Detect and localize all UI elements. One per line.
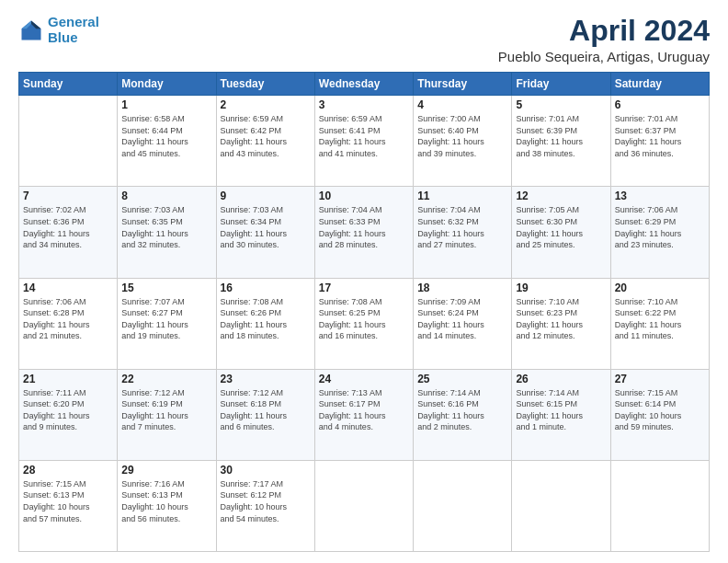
day-info: Sunrise: 7:12 AM Sunset: 6:19 PM Dayligh… [121,387,211,433]
calendar-cell: 12Sunrise: 7:05 AM Sunset: 6:30 PM Dayli… [512,187,610,278]
day-number: 9 [221,190,311,202]
day-number: 15 [121,282,211,294]
day-number: 6 [615,98,705,111]
calendar-cell: 6Sunrise: 7:01 AM Sunset: 6:37 PM Daylig… [610,96,709,187]
day-info: Sunrise: 7:04 AM Sunset: 6:32 PM Dayligh… [417,204,507,250]
day-info: Sunrise: 7:04 AM Sunset: 6:33 PM Dayligh… [319,204,409,250]
logo-icon [18,17,44,43]
calendar-cell: 23Sunrise: 7:12 AM Sunset: 6:18 PM Dayli… [216,369,314,460]
calendar-cell: 2Sunrise: 6:59 AM Sunset: 6:42 PM Daylig… [216,96,314,187]
calendar-cell: 10Sunrise: 7:04 AM Sunset: 6:33 PM Dayli… [314,187,413,278]
page: General Blue April 2024 Pueblo Sequeira,… [0,0,728,563]
calendar-cell [314,460,413,551]
subtitle: Pueblo Sequeira, Artigas, Uruguay [498,49,710,64]
day-number: 23 [221,373,311,385]
calendar-cell [19,96,118,187]
day-info: Sunrise: 7:01 AM Sunset: 6:37 PM Dayligh… [615,113,705,159]
day-info: Sunrise: 6:59 AM Sunset: 6:41 PM Dayligh… [319,113,409,159]
calendar-header-cell: Saturday [610,73,709,96]
day-info: Sunrise: 7:14 AM Sunset: 6:15 PM Dayligh… [516,387,606,433]
calendar-cell: 3Sunrise: 6:59 AM Sunset: 6:41 PM Daylig… [314,96,413,187]
calendar-cell: 21Sunrise: 7:11 AM Sunset: 6:20 PM Dayli… [19,369,118,460]
calendar-header-cell: Thursday [414,73,512,96]
calendar-cell: 17Sunrise: 7:08 AM Sunset: 6:25 PM Dayli… [314,278,413,369]
day-number: 25 [417,373,507,385]
day-info: Sunrise: 7:05 AM Sunset: 6:30 PM Dayligh… [516,204,606,250]
day-number: 26 [516,373,606,385]
logo-general: General [48,14,99,29]
calendar-week-row: 7Sunrise: 7:02 AM Sunset: 6:36 PM Daylig… [19,187,710,278]
logo-blue: Blue [48,29,78,45]
day-info: Sunrise: 7:00 AM Sunset: 6:40 PM Dayligh… [417,113,507,159]
calendar-cell: 4Sunrise: 7:00 AM Sunset: 6:40 PM Daylig… [414,96,512,187]
calendar-cell [414,460,512,551]
day-number: 2 [221,98,311,111]
calendar-table: SundayMondayTuesdayWednesdayThursdayFrid… [18,72,710,552]
day-number: 19 [516,282,606,294]
day-info: Sunrise: 7:02 AM Sunset: 6:36 PM Dayligh… [23,204,113,250]
day-number: 11 [417,190,507,202]
day-info: Sunrise: 7:06 AM Sunset: 6:29 PM Dayligh… [615,204,705,250]
calendar-cell: 22Sunrise: 7:12 AM Sunset: 6:19 PM Dayli… [118,369,216,460]
day-info: Sunrise: 7:17 AM Sunset: 6:12 PM Dayligh… [221,478,311,524]
day-number: 3 [319,98,409,111]
calendar-cell: 30Sunrise: 7:17 AM Sunset: 6:12 PM Dayli… [216,460,314,551]
calendar-cell: 1Sunrise: 6:58 AM Sunset: 6:44 PM Daylig… [118,96,216,187]
day-info: Sunrise: 7:15 AM Sunset: 6:14 PM Dayligh… [615,387,705,433]
calendar-cell: 18Sunrise: 7:09 AM Sunset: 6:24 PM Dayli… [414,278,512,369]
calendar-cell: 16Sunrise: 7:08 AM Sunset: 6:26 PM Dayli… [216,278,314,369]
calendar-cell [610,460,709,551]
calendar-cell: 8Sunrise: 7:03 AM Sunset: 6:35 PM Daylig… [118,187,216,278]
calendar-week-row: 1Sunrise: 6:58 AM Sunset: 6:44 PM Daylig… [19,96,710,187]
day-info: Sunrise: 7:03 AM Sunset: 6:35 PM Dayligh… [121,204,211,250]
day-info: Sunrise: 7:09 AM Sunset: 6:24 PM Dayligh… [417,296,507,342]
day-number: 27 [615,373,705,385]
calendar-cell: 25Sunrise: 7:14 AM Sunset: 6:16 PM Dayli… [414,369,512,460]
calendar-cell: 20Sunrise: 7:10 AM Sunset: 6:22 PM Dayli… [610,278,709,369]
day-info: Sunrise: 7:13 AM Sunset: 6:17 PM Dayligh… [319,387,409,433]
calendar-header-cell: Monday [118,73,216,96]
day-info: Sunrise: 7:11 AM Sunset: 6:20 PM Dayligh… [23,387,113,433]
day-info: Sunrise: 7:08 AM Sunset: 6:26 PM Dayligh… [221,296,311,342]
day-number: 29 [121,464,211,477]
day-number: 18 [417,282,507,294]
calendar-cell: 24Sunrise: 7:13 AM Sunset: 6:17 PM Dayli… [314,369,413,460]
calendar-cell: 5Sunrise: 7:01 AM Sunset: 6:39 PM Daylig… [512,96,610,187]
logo-text: General Blue [48,15,99,45]
calendar-cell: 14Sunrise: 7:06 AM Sunset: 6:28 PM Dayli… [19,278,118,369]
logo: General Blue [18,15,99,45]
day-number: 17 [319,282,409,294]
calendar-header-cell: Tuesday [216,73,314,96]
calendar-header-cell: Wednesday [314,73,413,96]
day-number: 12 [516,190,606,202]
day-number: 30 [221,464,311,477]
day-info: Sunrise: 7:16 AM Sunset: 6:13 PM Dayligh… [121,478,211,524]
calendar-cell: 9Sunrise: 7:03 AM Sunset: 6:34 PM Daylig… [216,187,314,278]
day-number: 21 [23,373,113,385]
day-number: 5 [516,98,606,111]
calendar-header-cell: Sunday [19,73,118,96]
day-number: 24 [319,373,409,385]
calendar-cell: 15Sunrise: 7:07 AM Sunset: 6:27 PM Dayli… [118,278,216,369]
day-info: Sunrise: 7:10 AM Sunset: 6:23 PM Dayligh… [516,296,606,342]
calendar-cell: 27Sunrise: 7:15 AM Sunset: 6:14 PM Dayli… [610,369,709,460]
main-title: April 2024 [498,15,710,47]
calendar-cell: 13Sunrise: 7:06 AM Sunset: 6:29 PM Dayli… [610,187,709,278]
day-number: 22 [121,373,211,385]
calendar-cell: 7Sunrise: 7:02 AM Sunset: 6:36 PM Daylig… [19,187,118,278]
day-info: Sunrise: 7:12 AM Sunset: 6:18 PM Dayligh… [221,387,311,433]
day-number: 20 [615,282,705,294]
day-info: Sunrise: 7:08 AM Sunset: 6:25 PM Dayligh… [319,296,409,342]
calendar-cell: 29Sunrise: 7:16 AM Sunset: 6:13 PM Dayli… [118,460,216,551]
day-number: 16 [221,282,311,294]
day-info: Sunrise: 7:03 AM Sunset: 6:34 PM Dayligh… [221,204,311,250]
day-number: 28 [23,464,113,477]
day-info: Sunrise: 6:58 AM Sunset: 6:44 PM Dayligh… [121,113,211,159]
day-info: Sunrise: 6:59 AM Sunset: 6:42 PM Dayligh… [221,113,311,159]
header: General Blue April 2024 Pueblo Sequeira,… [18,15,710,64]
day-info: Sunrise: 7:15 AM Sunset: 6:13 PM Dayligh… [23,478,113,524]
calendar-week-row: 14Sunrise: 7:06 AM Sunset: 6:28 PM Dayli… [19,278,710,369]
day-number: 10 [319,190,409,202]
day-number: 4 [417,98,507,111]
day-number: 14 [23,282,113,294]
